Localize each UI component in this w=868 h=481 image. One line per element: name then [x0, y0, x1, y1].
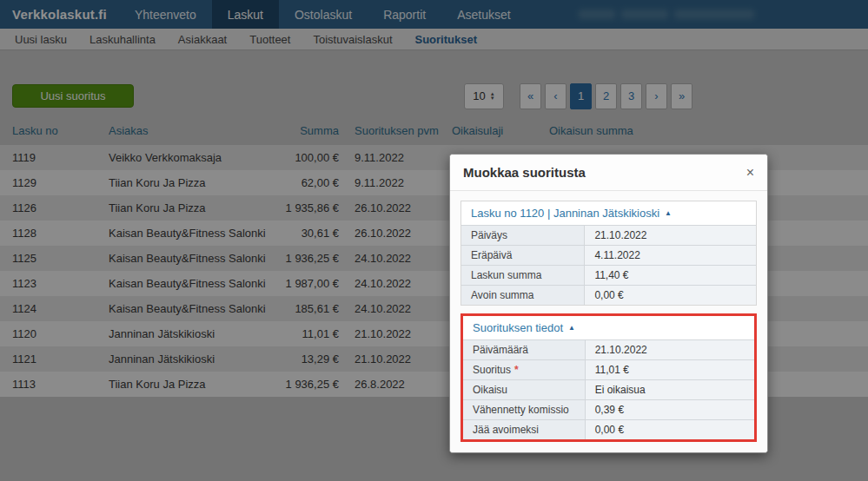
field-row: Oikaisu Ei oikaisua [463, 379, 754, 399]
caret-up-icon: ▲ [568, 324, 575, 332]
field-label: Päiväys [461, 226, 585, 245]
field-value: 21.10.2022 [585, 226, 756, 245]
annotation-highlight-box: Suorituksen tiedot ▲ Päivämäärä 21.10.20… [461, 313, 757, 442]
field-value: 11,40 € [585, 266, 756, 285]
adjustment-field[interactable]: Ei oikaisua [586, 380, 754, 399]
field-label: Eräpäivä [461, 246, 585, 265]
modal-title: Muokkaa suoritusta [463, 165, 586, 180]
field-row: Laskun summa 11,40 € [461, 265, 756, 285]
field-label-text: Suoritus [473, 364, 511, 376]
payment-section-toggle[interactable]: Suorituksen tiedot ▲ [463, 316, 754, 339]
required-marker: * [514, 364, 519, 376]
field-value: 4.11.2022 [585, 246, 756, 265]
field-label: Oikaisu [463, 380, 586, 399]
field-row: Jää avoimeksi 0,00 € [463, 419, 754, 439]
field-label: Jää avoimeksi [463, 420, 586, 439]
modal-body: Lasku no 1120 | Janninan Jätskikioski ▲ … [450, 191, 767, 452]
field-label: Suoritus * [463, 360, 586, 379]
edit-payment-modal: Muokkaa suoritusta × Lasku no 1120 | Jan… [449, 154, 768, 453]
field-label: Avoin summa [461, 286, 585, 305]
field-row: Eräpäivä 4.11.2022 [461, 245, 756, 265]
field-row: Vähennetty komissio 0,39 € [463, 399, 754, 419]
invoice-section-toggle[interactable]: Lasku no 1120 | Janninan Jätskikioski ▲ [461, 201, 756, 225]
close-icon[interactable]: × [746, 167, 754, 179]
field-label: Laskun summa [461, 266, 585, 285]
remaining-field: 0,00 € [586, 420, 754, 439]
caret-up-icon: ▲ [665, 209, 672, 217]
modal-header: Muokkaa suoritusta × [450, 155, 767, 191]
field-label: Päivämäärä [463, 340, 586, 359]
field-row: Päiväys 21.10.2022 [461, 225, 756, 245]
invoice-section-header: Lasku no 1120 | Janninan Jätskikioski [471, 207, 659, 220]
payment-section-header: Suorituksen tiedot [473, 321, 563, 334]
field-value: 0,00 € [585, 286, 756, 305]
field-label: Vähennetty komissio [463, 400, 586, 419]
amount-field[interactable]: 11,01 € [586, 360, 754, 379]
invoice-info-section: Lasku no 1120 | Janninan Jätskikioski ▲ … [461, 201, 757, 306]
field-row: Suoritus * 11,01 € [463, 359, 754, 379]
payment-details-section: Suorituksen tiedot ▲ Päivämäärä 21.10.20… [463, 316, 754, 439]
commission-field: 0,39 € [586, 400, 754, 419]
field-row: Päivämäärä 21.10.2022 [463, 339, 754, 359]
date-field[interactable]: 21.10.2022 [586, 340, 754, 359]
field-row: Avoin summa 0,00 € [461, 285, 756, 305]
